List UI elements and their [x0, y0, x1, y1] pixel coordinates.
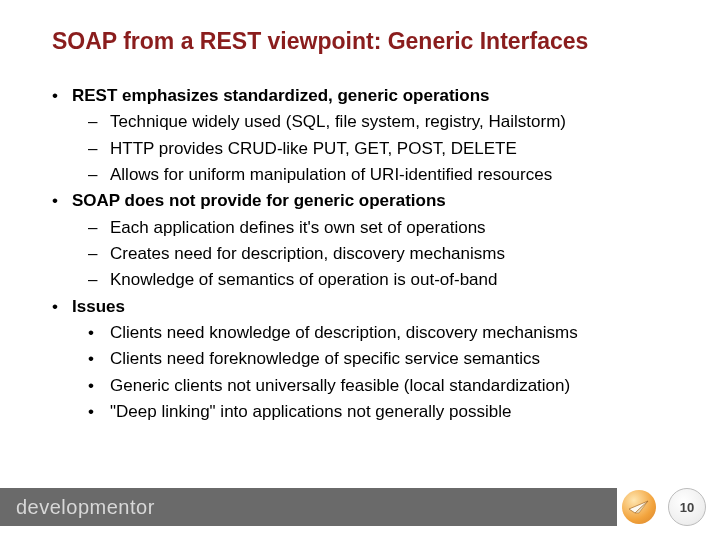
- bullet-level2: Clients need foreknowledge of specific s…: [52, 346, 668, 372]
- bullet-level2: Generic clients not universally feasible…: [52, 373, 668, 399]
- slide-content: REST emphasizes standardized, generic op…: [52, 83, 668, 425]
- slide-title: SOAP from a REST viewpoint: Generic Inte…: [52, 28, 668, 55]
- bullet-level1: REST emphasizes standardized, generic op…: [52, 83, 668, 109]
- page-number: 10: [668, 488, 706, 526]
- bullet-level2: Creates need for description, discovery …: [52, 241, 668, 267]
- bullet-level2: Clients need knowledge of description, d…: [52, 320, 668, 346]
- bullet-level1: SOAP does not provide for generic operat…: [52, 188, 668, 214]
- bullet-text: REST emphasizes standardized, generic op…: [72, 86, 490, 105]
- slide-footer: developmentor 10: [0, 488, 720, 526]
- bullet-level1: Issues: [52, 294, 668, 320]
- bullet-level2: HTTP provides CRUD-like PUT, GET, POST, …: [52, 136, 668, 162]
- bullet-level2: Knowledge of semantics of operation is o…: [52, 267, 668, 293]
- footer-bar: developmentor: [0, 488, 617, 526]
- bullet-level2: Allows for uniform manipulation of URI-i…: [52, 162, 668, 188]
- bullet-text: SOAP does not provide for generic operat…: [72, 191, 446, 210]
- paper-plane-icon: [622, 490, 656, 524]
- bullet-level2: Each application defines it's own set of…: [52, 215, 668, 241]
- slide: SOAP from a REST viewpoint: Generic Inte…: [0, 0, 720, 425]
- bullet-level2: Technique widely used (SQL, file system,…: [52, 109, 668, 135]
- bullet-text: Issues: [72, 297, 125, 316]
- bullet-level2: "Deep linking" into applications not gen…: [52, 399, 668, 425]
- brand-label: developmentor: [16, 496, 155, 519]
